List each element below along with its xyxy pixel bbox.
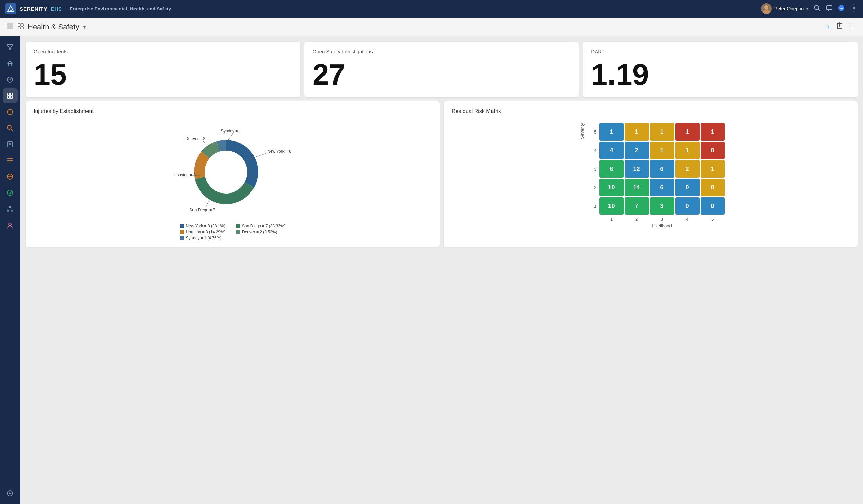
nav-user[interactable]: Peter Oneppo ▾	[761, 3, 809, 14]
legend-item-houston: Houston = 3 (14.29%)	[180, 230, 229, 234]
legend-dot-syndey	[180, 236, 184, 240]
x-label-4: 4	[675, 217, 700, 222]
x-label-1: 1	[599, 217, 624, 222]
filter-button[interactable]	[849, 23, 856, 31]
legend-item-sandiego: San Diego = 7 (33.33%)	[236, 224, 285, 228]
sidebar-item-list[interactable]	[3, 153, 17, 168]
matrix-cell-5-1: 1	[599, 123, 624, 141]
kpi-dart-label: DART	[591, 49, 850, 54]
x-label-3: 3	[650, 217, 674, 222]
svg-line-6	[818, 9, 820, 11]
injuries-chart-card: Injuries by Establishment	[26, 101, 440, 247]
share-button[interactable]	[836, 22, 843, 32]
svg-rect-17	[21, 27, 23, 29]
matrix-y-axis-label: Severity	[577, 123, 587, 139]
y-label-1: 1	[589, 204, 597, 209]
notification-nav-icon[interactable]: ···	[838, 5, 845, 13]
matrix-cell-1-4: 0	[675, 197, 700, 215]
sidebar-item-reports[interactable]	[3, 137, 17, 152]
matrix-cell-2-3: 6	[650, 179, 674, 196]
matrix-grid-row-2: 10 14 6 0 0	[599, 179, 725, 196]
matrix-cell-2-1: 10	[599, 179, 624, 196]
svg-rect-15	[21, 24, 23, 26]
search-nav-icon[interactable]	[814, 5, 821, 13]
matrix-cell-1-5: 0	[701, 197, 725, 215]
svg-text:San Diego = 7: San Diego = 7	[189, 208, 215, 212]
svg-rect-27	[8, 93, 10, 96]
settings-nav-icon[interactable]	[850, 4, 858, 13]
svg-rect-47	[10, 206, 11, 208]
legend-label-newyork: New York = 8 (38.1%)	[186, 224, 225, 228]
bottom-row: Injuries by Establishment	[26, 101, 858, 247]
matrix-grid-row-3: 6 12 6 2 1	[599, 160, 725, 178]
risk-matrix: Severity 5 1 1 1 1 1	[452, 120, 850, 231]
y-label-4: 4	[589, 148, 597, 153]
matrix-cell-5-2: 1	[625, 123, 649, 141]
matrix-cell-4-1: 4	[599, 142, 624, 159]
sidebar-item-check[interactable]	[3, 186, 17, 200]
legend-dot-newyork	[180, 224, 184, 228]
sidebar-item-search[interactable]	[3, 121, 17, 136]
matrix-with-y-labels: 5 1 1 1 1 1 4	[589, 123, 725, 228]
sidebar-item-home[interactable]	[3, 56, 17, 71]
kpi-open-incidents-value: 15	[34, 60, 292, 89]
kpi-open-incidents-label: Open Incidents	[34, 49, 292, 54]
sidebar-item-incident[interactable]	[3, 169, 17, 184]
brand-name: SERENITY	[20, 6, 48, 12]
svg-point-34	[8, 125, 11, 129]
kpi-open-incidents: Open Incidents 15	[26, 42, 300, 98]
svg-point-10	[853, 7, 855, 9]
sidebar-item-dashboard[interactable]	[3, 72, 17, 87]
donut-svg: New York = 8 Syndey = 1 Denver = 2 Houst…	[172, 120, 293, 221]
legend-dot-sandiego	[236, 224, 240, 228]
kpi-row: Open Incidents 15 Open Safety Investigat…	[26, 42, 858, 98]
legend-item-newyork: New York = 8 (38.1%)	[180, 224, 229, 228]
svg-point-5	[815, 5, 819, 10]
matrix-grid-row-4: 4 2 1 1 0	[599, 142, 725, 159]
svg-rect-28	[11, 93, 13, 96]
matrix-cell-3-5: 1	[701, 160, 725, 178]
brand-logo-icon	[5, 3, 16, 14]
sidebar-item-play[interactable]	[3, 486, 17, 501]
svg-rect-14	[18, 24, 20, 26]
matrix-row-4: 4 4 2 1 1 0	[589, 142, 725, 159]
svg-marker-23	[7, 45, 13, 50]
y-label-2: 2	[589, 185, 597, 190]
sub-header-left: Health & Safety ▾	[7, 23, 86, 32]
legend-label-syndey: Syndey = 1 (4.76%)	[186, 236, 222, 240]
matrix-row-5: 5 1 1 1 1 1	[589, 123, 725, 141]
donut-container: New York = 8 Syndey = 1 Denver = 2 Houst…	[34, 120, 432, 240]
sub-header-right: +	[826, 22, 856, 32]
brand-tagline: Enterprise Environmental, Health, and Sa…	[70, 7, 171, 11]
matrix-cell-4-4: 1	[675, 142, 700, 159]
hamburger-button[interactable]	[7, 23, 13, 30]
svg-rect-48	[8, 210, 9, 211]
kpi-dart-value: 1.19	[591, 60, 850, 89]
risk-matrix-card: Residual Risk Matrix Severity 5 1 1	[443, 101, 858, 247]
sidebar-item-grid[interactable]	[3, 88, 17, 103]
grid-view-button[interactable]	[17, 23, 24, 31]
user-chevron[interactable]: ▾	[806, 7, 809, 11]
svg-rect-30	[11, 96, 13, 99]
sidebar-item-org[interactable]	[3, 202, 17, 216]
top-nav: SERENITYEHS Enterprise Environmental, He…	[0, 0, 863, 17]
svg-text:Syndey = 1: Syndey = 1	[221, 129, 241, 134]
sidebar-item-alert[interactable]	[3, 104, 17, 119]
chat-nav-icon[interactable]	[826, 5, 833, 13]
matrix-cell-5-5: 1	[701, 123, 725, 141]
svg-line-35	[11, 129, 13, 131]
chart-legend: New York = 8 (38.1%) San Diego = 7 (33.3…	[180, 224, 286, 240]
brand-ehs: EHS	[51, 6, 62, 12]
svg-point-54	[9, 223, 11, 226]
injuries-chart-title: Injuries by Establishment	[34, 108, 432, 114]
svg-rect-7	[827, 6, 832, 10]
matrix-cell-2-4: 0	[675, 179, 700, 196]
page-title-dropdown[interactable]: ▾	[83, 24, 86, 30]
legend-label-sandiego: San Diego = 7 (33.33%)	[242, 224, 285, 228]
sidebar-item-filter[interactable]	[3, 40, 17, 55]
add-button[interactable]: +	[826, 22, 831, 32]
sidebar-item-person[interactable]	[3, 218, 17, 232]
svg-rect-49	[11, 210, 13, 211]
matrix-grid-row-5: 1 1 1 1 1	[599, 123, 725, 141]
matrix-cell-5-3: 1	[650, 123, 674, 141]
